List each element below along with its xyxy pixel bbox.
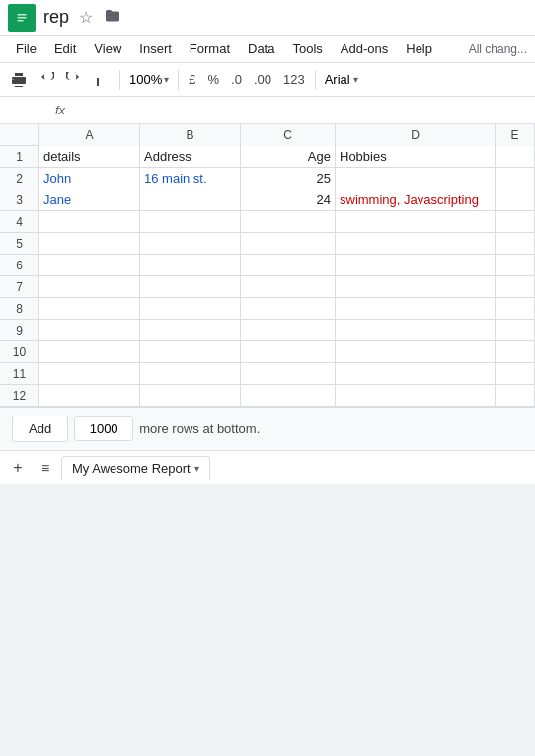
cell-e9[interactable]	[496, 320, 535, 340]
undo-button[interactable]	[34, 67, 59, 93]
cell-e10[interactable]	[496, 341, 535, 362]
cell-c11[interactable]	[241, 363, 336, 384]
cell-b4[interactable]	[140, 211, 241, 232]
currency-percent-button[interactable]: %	[202, 70, 224, 89]
cell-b2[interactable]: 16 main st.	[140, 168, 241, 189]
add-sheet-button[interactable]: +	[6, 456, 30, 480]
cell-b6[interactable]	[140, 255, 241, 275]
cell-a10[interactable]	[39, 341, 140, 362]
menu-tools[interactable]: Tools	[284, 38, 330, 60]
cell-b10[interactable]	[140, 341, 241, 362]
cell-c7[interactable]	[241, 276, 336, 297]
cell-e3[interactable]	[496, 189, 535, 210]
cell-d7[interactable]	[336, 276, 496, 297]
currency-pound-button[interactable]: £	[184, 70, 200, 89]
cell-a12[interactable]	[39, 385, 140, 406]
cell-a7[interactable]	[39, 276, 140, 297]
row-number[interactable]: 1	[0, 146, 39, 167]
cell-d1[interactable]: Hobbies	[336, 146, 496, 167]
print-button[interactable]	[6, 67, 32, 93]
menu-format[interactable]: Format	[182, 38, 238, 60]
col-header-e[interactable]: E	[496, 124, 535, 146]
cell-c10[interactable]	[241, 341, 336, 362]
sheets-menu-button[interactable]: ≡	[34, 456, 57, 480]
cell-d6[interactable]	[336, 255, 496, 275]
col-header-d[interactable]: D	[336, 124, 496, 146]
cell-e1[interactable]	[496, 146, 535, 167]
cell-e11[interactable]	[496, 363, 535, 384]
cell-b5[interactable]	[140, 233, 241, 254]
cell-c3[interactable]: 24	[241, 189, 336, 210]
cell-b8[interactable]	[140, 298, 241, 319]
sheet-tab[interactable]: My Awesome Report ▾	[61, 456, 210, 480]
cell-c2[interactable]: 25	[241, 168, 336, 189]
formula-input[interactable]	[75, 103, 529, 117]
col-header-a[interactable]: A	[39, 124, 140, 146]
format-123-button[interactable]: 123	[278, 70, 310, 89]
row-number[interactable]: 7	[0, 276, 39, 297]
row-number[interactable]: 10	[0, 341, 39, 362]
cell-a6[interactable]	[39, 255, 140, 275]
menu-data[interactable]: Data	[240, 38, 282, 60]
cell-b9[interactable]	[140, 320, 241, 340]
cell-c6[interactable]	[241, 255, 336, 275]
cell-b12[interactable]	[140, 385, 241, 406]
col-header-b[interactable]: B	[140, 124, 241, 146]
paint-format-button[interactable]	[89, 67, 115, 93]
cell-d5[interactable]	[336, 233, 496, 254]
cell-b1[interactable]: Address	[140, 146, 241, 167]
row-number[interactable]: 6	[0, 255, 39, 275]
row-number[interactable]: 11	[0, 363, 39, 384]
add-rows-button[interactable]: Add	[12, 416, 68, 442]
row-number[interactable]: 5	[0, 233, 39, 254]
cell-c8[interactable]	[241, 298, 336, 319]
menu-file[interactable]: File	[8, 38, 44, 60]
menu-view[interactable]: View	[86, 38, 129, 60]
row-number[interactable]: 4	[0, 211, 39, 232]
row-number[interactable]: 9	[0, 320, 39, 340]
cell-a4[interactable]	[39, 211, 140, 232]
cell-e8[interactable]	[496, 298, 535, 319]
cell-c1[interactable]: Age	[241, 146, 336, 167]
cell-e12[interactable]	[496, 385, 535, 406]
redo-button[interactable]	[61, 67, 87, 93]
rows-count-input[interactable]	[74, 416, 133, 441]
cell-d2[interactable]	[336, 168, 496, 189]
row-number[interactable]: 8	[0, 298, 39, 319]
cell-e5[interactable]	[496, 233, 535, 254]
cell-c4[interactable]	[241, 211, 336, 232]
doc-title[interactable]: rep	[43, 7, 69, 28]
cell-d4[interactable]	[336, 211, 496, 232]
row-number[interactable]: 3	[0, 189, 39, 210]
cell-e7[interactable]	[496, 276, 535, 297]
cell-d11[interactable]	[336, 363, 496, 384]
zoom-selector[interactable]: 100% ▾	[125, 70, 173, 89]
cell-d9[interactable]	[336, 320, 496, 340]
cell-a8[interactable]	[39, 298, 140, 319]
cell-e2[interactable]	[496, 168, 535, 189]
font-selector[interactable]: Arial ▾	[321, 70, 362, 89]
decimal-increase-button[interactable]: .00	[249, 70, 276, 89]
menu-insert[interactable]: Insert	[131, 38, 180, 60]
cell-d8[interactable]	[336, 298, 496, 319]
cell-a3[interactable]: Jane	[39, 189, 140, 210]
cell-a2[interactable]: John	[39, 168, 140, 189]
row-number[interactable]: 2	[0, 168, 39, 189]
cell-d10[interactable]	[336, 341, 496, 362]
cell-c12[interactable]	[241, 385, 336, 406]
menu-edit[interactable]: Edit	[46, 38, 84, 60]
cell-d12[interactable]	[336, 385, 496, 406]
cell-e4[interactable]	[496, 211, 535, 232]
cell-d3[interactable]: swimming, Javascripting	[336, 189, 496, 210]
col-header-c[interactable]: C	[241, 124, 336, 146]
cell-a11[interactable]	[39, 363, 140, 384]
decimal-decrease-button[interactable]: .0	[226, 70, 247, 89]
menu-help[interactable]: Help	[398, 38, 440, 60]
cell-b7[interactable]	[140, 276, 241, 297]
cell-a1[interactable]: details	[39, 146, 140, 167]
cell-b11[interactable]	[140, 363, 241, 384]
cell-c5[interactable]	[241, 233, 336, 254]
cell-c9[interactable]	[241, 320, 336, 340]
star-icon[interactable]: ☆	[77, 6, 95, 29]
folder-icon[interactable]	[103, 6, 122, 30]
